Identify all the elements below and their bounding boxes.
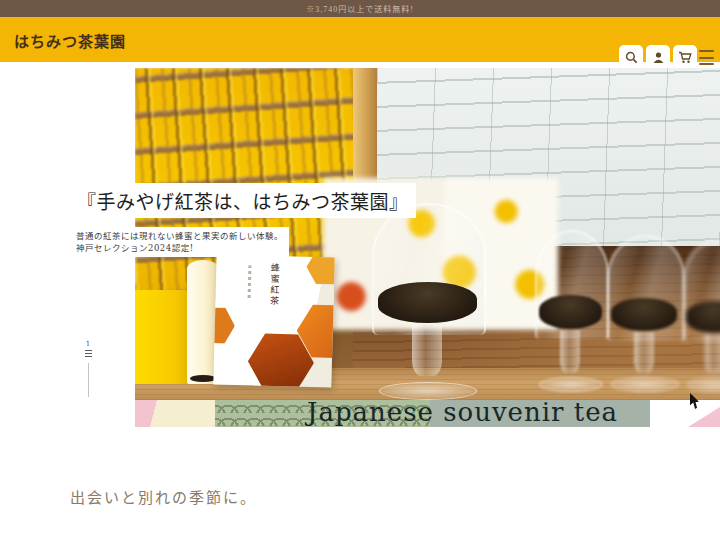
glass-display (607, 235, 681, 392)
slide-tick (85, 353, 92, 354)
yellow-package (135, 290, 192, 384)
announcement-text: ※3,740円以上で送料無料! (306, 3, 414, 14)
glass-display (372, 203, 482, 400)
search-button[interactable] (619, 45, 643, 69)
glass-display (535, 230, 605, 392)
account-button[interactable] (646, 45, 670, 69)
pink-ribbon (135, 400, 168, 427)
lead-text: 出会いと別れの季節に。 (70, 486, 257, 507)
hexagon-decor (213, 306, 235, 345)
white-segment (650, 400, 720, 427)
hexagon-decor (306, 254, 335, 285)
hero-subheading-line2: 神戸セレクション2024認定! (76, 243, 194, 253)
slide-tick (85, 350, 92, 351)
menu-button[interactable] (699, 49, 714, 66)
slide-progress-rail (88, 363, 89, 397)
account-icon (652, 51, 665, 64)
honey-tea-box: 蜂蜜紅茶 (213, 254, 334, 387)
cart-icon (678, 51, 692, 64)
slide-number: 1 (86, 340, 90, 348)
slide-tick (85, 356, 92, 357)
carousel-indicator[interactable]: 1 (82, 340, 94, 397)
announcement-bar: ※3,740円以上で送料無料! (0, 0, 720, 17)
search-icon (625, 51, 638, 64)
hero-heading: 『手みやげ紅茶は、はちみつ茶葉園』 (70, 183, 416, 218)
banner-text: Japanese souvenir tea (307, 397, 618, 427)
site-header: はちみつ茶葉園 (0, 17, 720, 62)
hero-subheading: 普通の紅茶には現れない蜂蜜と果実の新しい体験。 神戸セレクション2024認定! (70, 227, 289, 257)
cart-button[interactable] (673, 45, 697, 69)
box-sub-label (248, 265, 252, 299)
box-product-label: 蜂蜜紅茶 (268, 263, 282, 307)
hero-subheading-line1: 普通の紅茶には現れない蜂蜜と果実の新しい体験。 (76, 231, 283, 241)
brand-logo[interactable]: はちみつ茶葉園 (14, 30, 126, 51)
cream-segment (168, 400, 215, 427)
glass-display (683, 240, 720, 392)
